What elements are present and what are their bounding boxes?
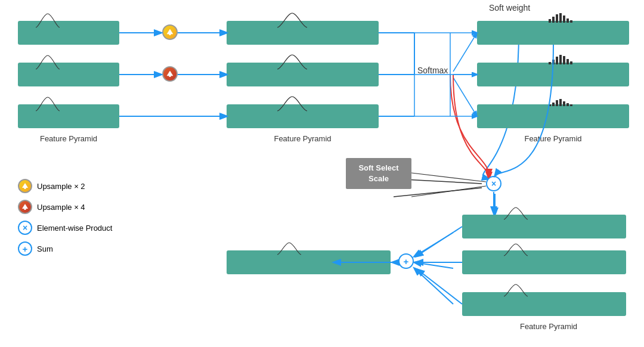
svg-rect-27 — [24, 209, 26, 210]
legend-product-label: Element-wise Product — [37, 224, 112, 233]
curve-output — [274, 240, 304, 258]
softmax-label: Softmax — [417, 66, 448, 75]
curve-mid-3 — [274, 94, 310, 115]
mini-bars-2 — [549, 55, 572, 64]
fp-block-bottom-1 — [462, 215, 626, 238]
label-fp-right-top: Feature Pyramid — [477, 134, 629, 143]
curve-mid-1 — [274, 11, 310, 32]
curve-bottom-3 — [501, 282, 531, 300]
diagram-container: Feature Pyramid Feature Pyramid Softmax … — [0, 0, 644, 347]
mini-bars-1 — [549, 13, 572, 23]
svg-marker-24 — [22, 183, 28, 188]
legend-sum: + Sum — [18, 241, 53, 256]
svg-line-48 — [411, 186, 486, 197]
curve-left-3 — [33, 94, 63, 115]
soft-weight-label: Soft weight — [489, 3, 530, 13]
fp-block-output — [227, 250, 391, 274]
mini-bars-3 — [549, 97, 572, 106]
svg-line-18 — [414, 268, 453, 304]
label-fp-mid: Feature Pyramid — [227, 134, 379, 143]
svg-line-16 — [414, 233, 453, 256]
svg-marker-20 — [167, 29, 173, 34]
curve-left-1 — [33, 11, 63, 32]
label-fp-left: Feature Pyramid — [18, 134, 119, 143]
label-fp-bottom-right: Feature Pyramid — [489, 322, 608, 331]
svg-marker-22 — [167, 71, 173, 76]
legend-product: × Element-wise Product — [18, 221, 112, 235]
fp-block-bottom-2 — [462, 250, 626, 274]
legend-upsample4-label: Upsample × 4 — [37, 203, 85, 212]
svg-line-31 — [417, 269, 462, 304]
multiply-circle: × — [486, 176, 501, 191]
svg-line-14 — [394, 188, 482, 197]
upsample-x2-icon — [162, 24, 178, 40]
soft-select-scale-box: Soft Select Scale — [346, 158, 411, 189]
legend-upsample2-label: Upsample × 2 — [37, 182, 85, 191]
legend-product-icon: × — [18, 221, 32, 235]
fp-block-right-3 — [477, 104, 629, 128]
fp-block-right-1 — [477, 21, 629, 45]
svg-line-17 — [414, 262, 453, 268]
curve-left-2 — [33, 52, 63, 73]
legend-upsample4: Upsample × 4 — [18, 200, 85, 214]
svg-rect-23 — [169, 76, 171, 77]
svg-line-47 — [411, 173, 486, 182]
legend-upsample2: Upsample × 2 — [18, 179, 85, 193]
legend-upsample2-icon — [18, 179, 32, 193]
curve-bottom-1 — [501, 205, 531, 223]
svg-marker-26 — [22, 204, 28, 209]
legend-upsample4-icon — [18, 200, 32, 214]
fp-block-bottom-3 — [462, 292, 626, 316]
svg-line-12 — [453, 78, 477, 116]
curve-bottom-2 — [501, 241, 531, 259]
svg-rect-25 — [24, 188, 26, 189]
sum-circle: + — [398, 253, 414, 269]
svg-line-10 — [453, 33, 477, 72]
svg-rect-21 — [169, 34, 171, 35]
upsample-x4-icon — [162, 66, 178, 82]
legend-sum-label: Sum — [37, 244, 53, 253]
curve-mid-2 — [274, 52, 310, 73]
fp-block-right-2 — [477, 63, 629, 86]
legend-sum-icon: + — [18, 241, 32, 256]
svg-line-32 — [392, 261, 398, 262]
svg-line-29 — [416, 227, 462, 256]
